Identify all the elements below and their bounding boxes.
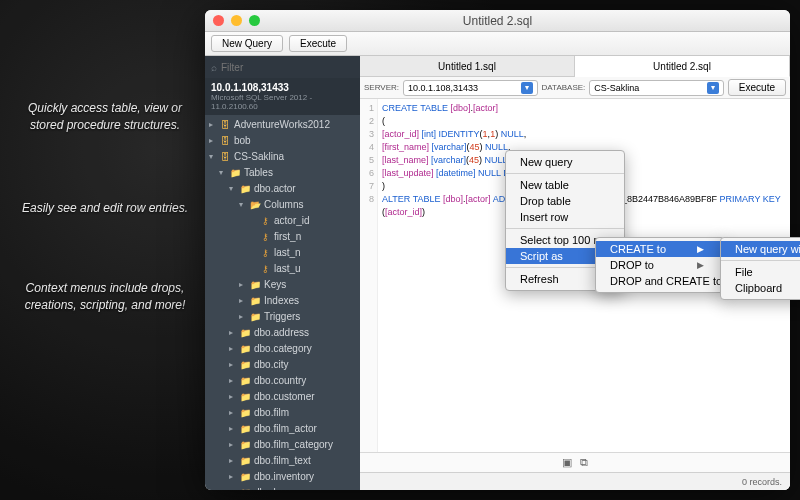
line-gutter: 12345678 — [360, 99, 378, 452]
columns-folder[interactable]: ▾📂Columns — [205, 197, 360, 213]
camera-icon[interactable]: ▣ — [562, 456, 572, 469]
menu-item-clipboard[interactable]: Clipboard — [721, 280, 800, 296]
submenu-script-as: CREATE to▶DROP to▶DROP and CREATE to▶ — [595, 237, 725, 293]
filter-bar: ⌕ — [205, 56, 360, 78]
db-bob[interactable]: ▸🗄bob — [205, 133, 360, 149]
tables-folder[interactable]: ▾📁Tables — [205, 165, 360, 181]
table-dbo-film_actor[interactable]: ▸📁dbo.film_actor — [205, 421, 360, 437]
database-label: DATABASE: — [542, 83, 586, 92]
tab-bar: Untitled 1.sql Untitled 2.sql — [360, 56, 790, 77]
table-dbo-language[interactable]: ▸📁dbo.language — [205, 485, 360, 490]
status-bar: 0 records. — [360, 472, 790, 490]
column-last_u[interactable]: ⚷last_u — [205, 261, 360, 277]
promo-text-1: Quickly access table, view or stored pro… — [20, 100, 190, 134]
menu-item-file[interactable]: File — [721, 264, 800, 280]
db-AdventureWorks2012[interactable]: ▸🗄AdventureWorks2012 — [205, 117, 360, 133]
column-last_n[interactable]: ⚷last_n — [205, 245, 360, 261]
server-version: Microsoft SQL Server 2012 - 11.0.2100.60 — [211, 93, 354, 111]
column-first_n[interactable]: ⚷first_n — [205, 229, 360, 245]
toolbar: New Query Execute — [205, 32, 790, 56]
execute-query-button[interactable]: Execute — [728, 79, 786, 96]
sidebar: ⌕ 10.0.1.108,31433 Microsoft SQL Server … — [205, 56, 360, 490]
table-dbo-customer[interactable]: ▸📁dbo.customer — [205, 389, 360, 405]
table-dbo-country[interactable]: ▸📁dbo.country — [205, 373, 360, 389]
menu-item-new-query-window[interactable]: New query window — [721, 241, 800, 257]
chevron-down-icon: ▾ — [707, 82, 719, 94]
menu-item-new-query[interactable]: New query — [506, 154, 624, 170]
search-icon: ⌕ — [211, 62, 217, 73]
chevron-down-icon: ▾ — [521, 82, 533, 94]
minimize-icon[interactable] — [231, 15, 242, 26]
filter-input[interactable] — [221, 62, 354, 73]
menu-item-insert-row[interactable]: Insert row — [506, 209, 624, 225]
promo-text-2: Easily see and edit row entries. — [20, 200, 190, 217]
tab-untitled-1[interactable]: Untitled 1.sql — [360, 56, 575, 76]
zoom-icon[interactable] — [249, 15, 260, 26]
new-query-button[interactable]: New Query — [211, 35, 283, 52]
copy-icon[interactable]: ⧉ — [580, 456, 588, 469]
table-dbo-film_text[interactable]: ▸📁dbo.film_text — [205, 453, 360, 469]
bottom-icon-bar: ▣ ⧉ — [360, 452, 790, 472]
table-dbo-inventory[interactable]: ▸📁dbo.inventory — [205, 469, 360, 485]
database-select[interactable]: CS-Saklina▾ — [589, 80, 724, 96]
table-dbo-address[interactable]: ▸📁dbo.address — [205, 325, 360, 341]
tab-untitled-2[interactable]: Untitled 2.sql — [575, 56, 790, 77]
triggers-folder[interactable]: ▸📁Triggers — [205, 309, 360, 325]
menu-item-drop-table[interactable]: Drop table — [506, 193, 624, 209]
table-dbo-film_category[interactable]: ▸📁dbo.film_category — [205, 437, 360, 453]
close-icon[interactable] — [213, 15, 224, 26]
menu-item-drop-and-create-to[interactable]: DROP and CREATE to▶ — [596, 273, 724, 289]
object-tree: ▸🗄AdventureWorks2012▸🗄bob▾🗄CS-Saklina▾📁T… — [205, 115, 360, 490]
menu-item-new-table[interactable]: New table — [506, 177, 624, 193]
execute-button[interactable]: Execute — [289, 35, 347, 52]
server-header[interactable]: 10.0.1.108,31433 Microsoft SQL Server 20… — [205, 78, 360, 115]
indexes-folder[interactable]: ▸📁Indexes — [205, 293, 360, 309]
keys-folder[interactable]: ▸📁Keys — [205, 277, 360, 293]
menu-item-drop-to[interactable]: DROP to▶ — [596, 257, 724, 273]
window-title: Untitled 2.sql — [205, 14, 790, 28]
table-dbo-film[interactable]: ▸📁dbo.film — [205, 405, 360, 421]
menu-item-create-to[interactable]: CREATE to▶ — [596, 241, 724, 257]
db-CS-Saklina[interactable]: ▾🗄CS-Saklina — [205, 149, 360, 165]
table-dbo-actor[interactable]: ▾📁dbo.actor — [205, 181, 360, 197]
promo-text-3: Context menus include drops, creations, … — [20, 280, 190, 314]
table-dbo-category[interactable]: ▸📁dbo.category — [205, 341, 360, 357]
submenu-create-to: New query windowFileClipboard — [720, 237, 800, 300]
table-dbo-city[interactable]: ▸📁dbo.city — [205, 357, 360, 373]
server-select[interactable]: 10.0.1.108,31433▾ — [403, 80, 538, 96]
titlebar: Untitled 2.sql — [205, 10, 790, 32]
column-actor_id[interactable]: ⚷actor_id — [205, 213, 360, 229]
server-label: SERVER: — [364, 83, 399, 92]
connection-bar: SERVER: 10.0.1.108,31433▾ DATABASE: CS-S… — [360, 77, 790, 99]
server-address: 10.0.1.108,31433 — [211, 82, 354, 93]
